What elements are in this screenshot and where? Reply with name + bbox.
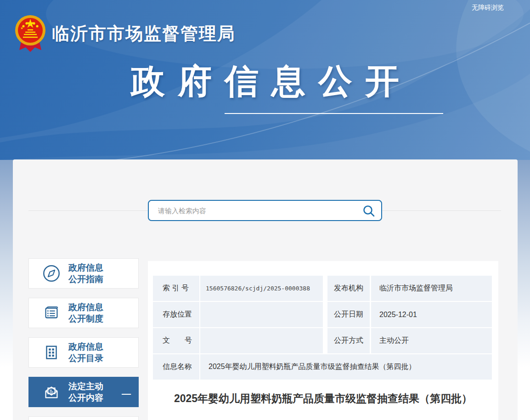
label-storage-location: 存放位置 [153,302,199,327]
table-row: 索 引 号 1560576826/scjdj/2025-0000388 发布机构… [153,276,492,301]
label-disclosure-method: 公开方式 [327,328,370,353]
sidebar-item-partial[interactable] [28,416,139,420]
sidebar-item-label: 政府信息 公开目录 [68,341,103,364]
value-disclosure-method: 主动公开 [371,328,492,353]
open-mail-icon [42,382,61,402]
value-storage-location [200,302,323,327]
sidebar-item-label: 政府信息 公开制度 [68,301,103,324]
label-publisher: 发布机构 [327,276,370,301]
search-input[interactable] [149,201,351,220]
label-document-number: 文 号 [153,328,199,353]
value-information-name: 2025年婴幼儿用塑料奶瓶产品质量市级监督抽查结果（第四批） [200,354,492,380]
page-root: 无障碍浏览 临沂市市场监督管理局 政府信息公开 [0,0,530,420]
table-row: 存放位置 公开日期 2025-12-01 [153,302,492,327]
rules-icon [42,303,61,323]
national-emblem-logo [14,14,47,53]
accessibility-link[interactable]: 无障碍浏览 [472,4,504,12]
sidebar-item-label: 法定主动 公开内容 [68,380,103,403]
site-name: 临沂市市场监督管理局 [52,22,236,45]
compass-icon [42,264,61,283]
label-publish-date: 公开日期 [327,302,370,327]
search-box [148,200,382,221]
search-button[interactable] [362,204,376,218]
catalog-icon [42,343,61,362]
sidebar-item-open-guide[interactable]: 政府信息 公开指南 [28,258,139,289]
value-publisher: 临沂市市场监督管理局 [371,276,492,301]
collapse-minus-indicator: — [122,388,131,399]
main-panel: 索 引 号 1560576826/scjdj/2025-0000388 发布机构… [148,261,498,420]
table-row: 文 号 公开方式 主动公开 [153,328,492,353]
search-icon [362,204,376,218]
banner: 无障碍浏览 临沂市市场监督管理局 政府信息公开 [0,0,530,160]
value-index-number: 1560576826/scjdj/2025-0000388 [200,276,323,301]
value-publish-date: 2025-12-01 [371,302,492,327]
label-information-name: 信息名称 [153,354,199,380]
sidebar-item-statutory-disclosure[interactable]: 法定主动 公开内容 — [28,377,139,407]
sidebar-item-open-catalog[interactable]: 政府信息 公开目录 [28,337,139,368]
content-card: 政府信息 公开指南 政府信息 公开制度 [13,159,518,420]
label-index-number: 索 引 号 [153,276,199,301]
value-document-number [200,328,323,353]
article-title: 2025年婴幼儿用塑料奶瓶产品质量市级监督抽查结果（第四批） [148,392,498,406]
sidebar-item-label: 政府信息 公开指南 [68,262,103,285]
sidebar-nav: 政府信息 公开指南 政府信息 公开制度 [28,258,139,420]
banner-page-title: 政府信息公开 [0,59,530,105]
table-row: 信息名称 2025年婴幼儿用塑料奶瓶产品质量市级监督抽查结果（第四批） [153,354,492,380]
document-info-table: 索 引 号 1560576826/scjdj/2025-0000388 发布机构… [153,276,492,380]
banner-underline [225,113,443,114]
sidebar-item-open-rules[interactable]: 政府信息 公开制度 [28,298,139,328]
